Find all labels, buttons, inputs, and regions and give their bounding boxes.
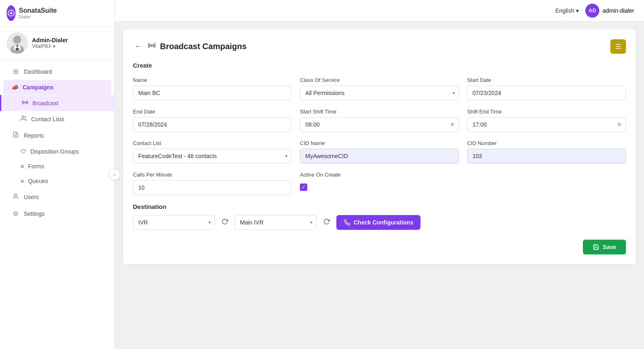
sidebar-item-label: Forms [28, 163, 44, 170]
shift-end-clear-icon[interactable]: ✕ [617, 121, 622, 128]
sidebar-item-campaigns[interactable]: 📣 Campaigns [3, 80, 111, 95]
shift-end-input[interactable] [467, 117, 626, 132]
cos-select[interactable]: All Permissions [300, 86, 459, 100]
lang-dropdown-icon: ▾ [576, 7, 579, 14]
svg-point-13 [151, 45, 152, 46]
page-header: ← Broadcast Campaigns ☰ [133, 39, 626, 54]
cid-number-label: CID Number [467, 140, 626, 146]
form-group-contact-list: Contact List FeatureCodeTest - 46 contac… [133, 140, 292, 163]
dest-name-refresh-button[interactable] [321, 216, 332, 229]
sidebar: SonataSuite Dialer Admin-Dialer VitalPBX… [0, 0, 115, 349]
topbar-right: English ▾ AD admin-dialer [555, 4, 634, 18]
sidebar-item-reports[interactable]: Reports [3, 127, 111, 144]
user-initials-badge: AD [585, 4, 599, 18]
reports-icon [11, 131, 20, 140]
start-shift-clear-icon[interactable]: ✕ [450, 121, 455, 128]
avatar [7, 32, 28, 54]
destination-row: IVR ▾ Main IVR ▾ [133, 215, 626, 230]
section-label: Create [133, 62, 626, 69]
main-area: English ▾ AD admin-dialer ← [115, 0, 644, 349]
sidebar-item-label: Settings [24, 211, 45, 217]
form-group-cid-number: CID Number [467, 140, 626, 163]
start-shift-wrapper: ✕ [300, 117, 459, 132]
start-shift-input[interactable] [300, 117, 459, 132]
form-group-cid-name: CID Name [300, 140, 459, 163]
form-group-cos: Class Of Service All Permissions ▾ [300, 77, 459, 100]
form-row-3: Contact List FeatureCodeTest - 46 contac… [133, 140, 626, 163]
sidebar-item-disposition-groups[interactable]: 🛡 Disposition Groups [0, 144, 114, 159]
sidebar-item-contact-lists[interactable]: Contact Lists [0, 111, 114, 127]
sidebar-header: SonataSuite Dialer [0, 0, 114, 27]
dest-type-select-wrapper: IVR ▾ [133, 215, 215, 230]
svg-point-9 [22, 116, 24, 118]
dropdown-arrow-icon: ▾ [53, 43, 55, 49]
contact-list-select-wrapper: FeatureCodeTest - 46 contacts ▾ [133, 149, 292, 163]
form-group-end-date: End Date [133, 109, 292, 132]
shift-end-label: Shift End Time [467, 109, 626, 115]
destination-section: Destination IVR ▾ [133, 203, 626, 230]
sidebar-item-queues[interactable]: ≡ Queues [0, 174, 114, 188]
end-date-input[interactable] [133, 117, 292, 132]
shift-end-wrapper: ✕ [467, 117, 626, 132]
hamburger-button[interactable]: ☰ [610, 39, 626, 54]
topbar: English ▾ AD admin-dialer [115, 0, 644, 21]
dest-type-select[interactable]: IVR [133, 215, 215, 230]
dest-name-select[interactable]: Main IVR [235, 215, 317, 230]
sidebar-item-settings[interactable]: ⚙ Settings [3, 206, 111, 222]
user-section: Admin-Dialer VitalPBX ▾ [0, 27, 114, 60]
contact-list-label: Contact List [133, 140, 292, 146]
sidebar-item-dashboard[interactable]: ⊞ Dashboard [3, 63, 111, 79]
form-grid: Name Class Of Service All Permissions ▾ [133, 77, 626, 195]
form-group-name: Name [133, 77, 292, 100]
broadcast-page-icon [148, 41, 156, 52]
start-date-input[interactable] [467, 86, 626, 100]
svg-point-1 [10, 12, 12, 14]
nav-section: ⊞ Dashboard 📣 Campaigns Broadcast [0, 60, 114, 349]
sidebar-item-label: Users [24, 194, 39, 200]
active-on-create-wrapper: ✓ [300, 180, 459, 191]
campaigns-icon: 📣 [11, 84, 18, 91]
back-button[interactable]: ← [133, 41, 144, 52]
cid-number-input[interactable] [467, 149, 626, 163]
sidebar-item-label: Campaigns [23, 84, 53, 91]
user-org[interactable]: VitalPBX ▾ [32, 43, 108, 49]
form-group-start-shift: Start Shift Time ✕ [300, 109, 459, 132]
save-label: Save [603, 244, 616, 250]
form-group-start-date: Start Date [467, 77, 626, 100]
sidebar-item-broadcast[interactable]: Broadcast [0, 95, 114, 111]
dest-type-refresh-button[interactable] [219, 216, 231, 229]
sidebar-collapse-button[interactable]: ‹ [109, 169, 120, 180]
form-row-1: Name Class Of Service All Permissions ▾ [133, 77, 626, 100]
sidebar-item-label: Broadcast [32, 100, 58, 107]
cid-name-input[interactable] [300, 149, 459, 163]
start-date-label: Start Date [467, 77, 626, 83]
dashboard-icon: ⊞ [11, 68, 20, 75]
name-label: Name [133, 77, 292, 83]
name-input[interactable] [133, 86, 292, 100]
queues-icon: ≡ [21, 178, 24, 184]
cid-name-label: CID Name [300, 140, 459, 146]
page-title: Broadcast Campaigns [160, 42, 247, 51]
form-group-active-on-create: Active On Create ✓ [300, 172, 459, 191]
sidebar-item-label: Disposition Groups [30, 148, 79, 155]
users-icon [11, 193, 20, 201]
form-group-shift-end: Shift End Time ✕ [467, 109, 626, 132]
check-configurations-button[interactable]: Check Configurations [336, 215, 420, 230]
sidebar-item-forms[interactable]: ≡ Forms [0, 159, 114, 174]
sidebar-item-users[interactable]: Users [3, 189, 111, 205]
calls-per-minute-label: Calls Per Minute [133, 172, 292, 178]
svg-point-12 [14, 194, 16, 196]
start-shift-label: Start Shift Time [300, 109, 459, 115]
cos-select-wrapper: All Permissions ▾ [300, 86, 459, 100]
logo-icon [7, 5, 16, 21]
page-card: ← Broadcast Campaigns ☰ Create [123, 29, 636, 264]
save-button[interactable]: Save [583, 240, 626, 254]
contact-list-select[interactable]: FeatureCodeTest - 46 contacts [133, 149, 292, 163]
page-content: ← Broadcast Campaigns ☰ Create [115, 21, 644, 349]
calls-per-minute-input[interactable] [133, 180, 292, 195]
language-selector[interactable]: English ▾ [555, 7, 579, 14]
form-group-calls-per-minute: Calls Per Minute [133, 172, 292, 195]
logo: SonataSuite Dialer [7, 5, 56, 21]
user-info: Admin-Dialer VitalPBX ▾ [32, 37, 108, 49]
active-on-create-checkbox[interactable]: ✓ [300, 184, 307, 191]
